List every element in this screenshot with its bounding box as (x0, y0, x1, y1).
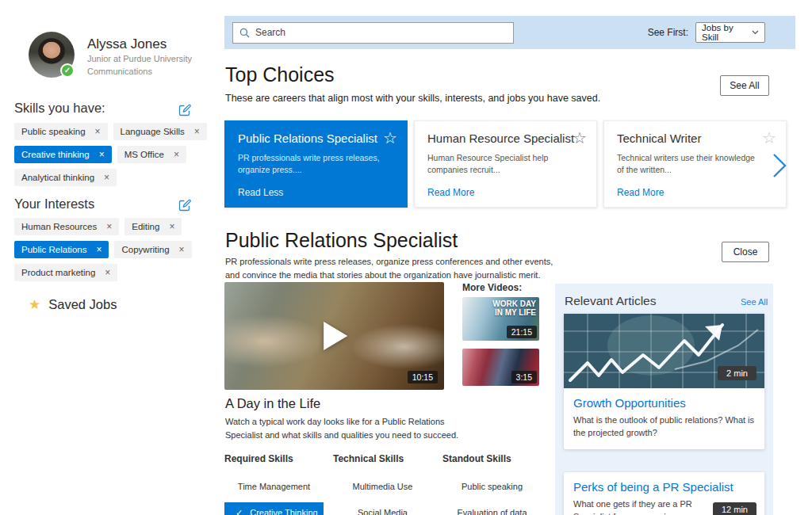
standout-skills-column: Standout Skills Public speaking Evaluati… (442, 453, 542, 515)
skill-list-item[interactable]: Social Media (333, 502, 432, 515)
read-time-badge: 2 min (718, 366, 756, 380)
top-choices-subtitle: These are careers that align most with y… (225, 93, 600, 104)
skill-list-item[interactable]: Time Management (224, 476, 324, 498)
read-more-link[interactable]: Read More (427, 187, 474, 198)
article-description: What one gets if they are a PR Specialis… (573, 498, 700, 515)
technical-skills-column: Technical Skills Multimedia Use Social M… (333, 453, 432, 515)
favorite-star-icon[interactable]: ☆ (573, 128, 587, 147)
interest-tag[interactable]: Human Resources× (14, 218, 119, 235)
see-first-dropdown[interactable]: Jobs by Skill (695, 22, 765, 43)
video-duration-badge: 21:15 (507, 326, 537, 338)
remove-skill-icon[interactable]: × (104, 172, 109, 183)
skill-tag-selected[interactable]: Creative thinking× (14, 146, 112, 163)
detail-title: Public Relations Specialist (225, 229, 458, 252)
card-description: PR professionals write press releases, o… (238, 152, 381, 175)
day-in-life-title: A Day in the Life (225, 396, 320, 411)
interest-tag[interactable]: Product marketing× (14, 264, 117, 281)
search-input[interactable]: Search (232, 22, 514, 44)
article-title[interactable]: Perks of being a PR Specialist (573, 480, 755, 494)
video-duration-badge: 10:15 (408, 371, 438, 383)
remove-interest-icon[interactable]: × (179, 244, 185, 255)
interests-tag-list: Human Resources× Editing× Public Relatio… (14, 218, 213, 287)
skill-list-item-selected[interactable]: ✓Creative Thinking (224, 502, 324, 515)
skill-tag[interactable]: MS Office× (117, 146, 186, 163)
card-title: Technical Writer (617, 132, 773, 145)
skill-list-item[interactable]: Public speaking (442, 476, 542, 498)
card-title: Human Resource Specialist (427, 132, 584, 145)
verified-badge-icon: ✓ (60, 63, 75, 78)
edit-interests-icon[interactable] (178, 198, 192, 212)
main-video-player[interactable]: 10:15 (224, 282, 444, 390)
day-in-life-description: Watch a typical work day looks like for … (225, 415, 459, 441)
read-less-link[interactable]: Read Less (238, 187, 283, 198)
remove-skill-icon[interactable]: × (95, 126, 101, 137)
detail-description: PR professionals write press releases, o… (225, 255, 566, 281)
remove-skill-icon[interactable]: × (99, 149, 105, 160)
more-videos-label: More Videos: (462, 282, 522, 293)
chevron-down-icon (752, 30, 759, 35)
relevant-articles-title: Relevant Articles (565, 294, 656, 308)
close-button[interactable]: Close (722, 242, 769, 262)
favorite-star-icon[interactable]: ☆ (383, 128, 397, 147)
saved-jobs-label: Saved Jobs (48, 297, 117, 312)
search-icon (239, 28, 250, 38)
edit-skills-icon[interactable] (178, 103, 192, 117)
interest-tag[interactable]: Editing× (124, 218, 182, 235)
column-heading: Standout Skills (442, 453, 542, 464)
video-thumbnail-workday[interactable]: WORK DAY IN MY LIFE 21:15 (462, 297, 539, 341)
favorite-star-icon[interactable]: ☆ (762, 128, 776, 147)
skill-tag[interactable]: Public speaking× (14, 123, 108, 140)
check-icon: ✓ (236, 508, 243, 515)
required-skills-column: Required Skills Time Management ✓Creativ… (224, 453, 324, 515)
interest-tag-selected[interactable]: Public Relations× (14, 241, 109, 258)
saved-jobs-link[interactable]: ★ Saved Jobs (29, 296, 117, 313)
play-icon[interactable] (324, 322, 347, 350)
card-description: Human Resource Specialist help companies… (427, 152, 570, 175)
remove-interest-icon[interactable]: × (169, 221, 174, 232)
carousel-next-icon[interactable] (771, 152, 788, 182)
video-duration-badge: 3:15 (511, 371, 537, 383)
profile-major: Communications (87, 67, 152, 76)
remove-interest-icon[interactable]: × (96, 244, 102, 255)
articles-see-all-link[interactable]: See All (741, 297, 768, 307)
career-card-technical-writer[interactable]: Technical Writer ☆ Technical writers use… (603, 120, 787, 208)
see-all-button[interactable]: See All (720, 75, 769, 96)
profile-subtitle: Junior at Purdue University (87, 54, 192, 63)
remove-interest-icon[interactable]: × (106, 221, 112, 232)
thumbnail-caption: WORK DAY IN MY LIFE (490, 300, 536, 317)
career-cards-row: Public Relations Specialist ☆ PR profess… (224, 120, 793, 208)
skill-tag[interactable]: Language Skills× (113, 123, 207, 140)
profile-name: Alyssa Jones (87, 36, 167, 52)
career-app-window: ✓ Alyssa Jones Junior at Purdue Universi… (0, 0, 812, 515)
remove-skill-icon[interactable]: × (174, 149, 179, 160)
article-image: 2 min (564, 314, 764, 388)
search-placeholder: Search (255, 27, 285, 38)
read-time-badge: 12 min (713, 502, 756, 515)
career-card-human-resource[interactable]: Human Resource Specialist ☆ Human Resour… (414, 120, 597, 208)
career-card-public-relations[interactable]: Public Relations Specialist ☆ PR profess… (224, 120, 408, 208)
card-description: Technical writers use their knowledge of… (617, 152, 760, 175)
interests-heading: Your Interests (14, 196, 94, 212)
article-description: What is the outlook of public relations?… (573, 414, 755, 440)
see-first-label: See First: (648, 27, 688, 38)
skill-list-item[interactable]: Multimedia Use (333, 476, 432, 498)
skills-heading: Skills you have: (14, 101, 105, 116)
column-heading: Technical Skills (333, 453, 432, 464)
interest-tag[interactable]: Copywriting× (114, 241, 191, 258)
skill-tag[interactable]: Analytical thinking× (14, 169, 117, 186)
top-bar: Search See First: Jobs by Skill (224, 16, 795, 49)
read-more-link[interactable]: Read More (617, 187, 664, 198)
skill-list-item[interactable]: Evaluation of data (442, 502, 542, 515)
skills-tag-list: Public speaking× Language Skills× Creati… (14, 123, 213, 192)
article-title[interactable]: Growth Opportunities (573, 396, 755, 410)
see-first-value: Jobs by Skill (702, 23, 752, 42)
star-icon: ★ (29, 296, 40, 313)
video-thumbnail-interview[interactable]: 3:15 (462, 349, 539, 386)
article-card-perks[interactable]: Perks of being a PR Specialist What one … (564, 472, 764, 515)
article-card-growth[interactable]: 2 min Growth Opportunities What is the o… (564, 314, 764, 449)
top-choices-title: Top Choices (225, 63, 335, 86)
remove-skill-icon[interactable]: × (194, 126, 200, 137)
column-heading: Required Skills (224, 453, 324, 464)
card-title: Public Relations Specialist (238, 132, 394, 145)
remove-interest-icon[interactable]: × (105, 267, 110, 278)
